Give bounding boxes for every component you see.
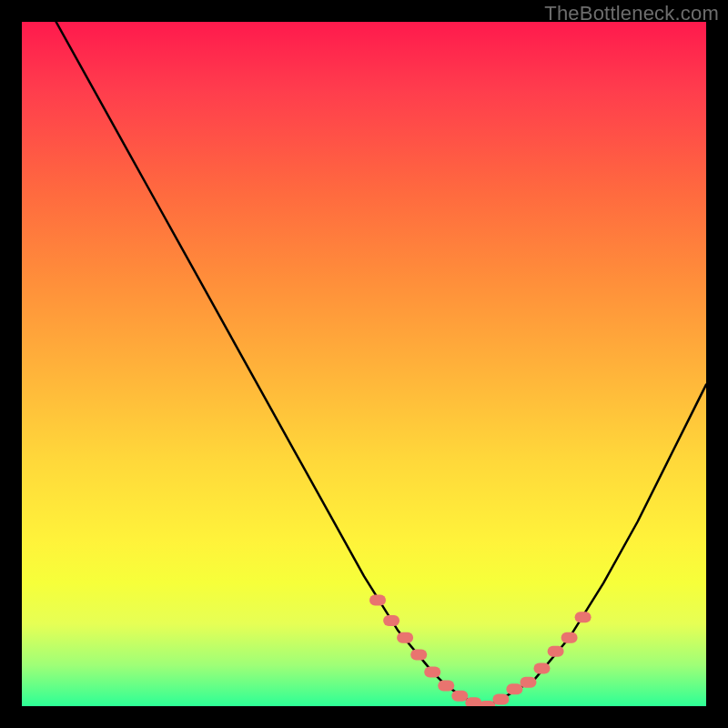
highlight-marker: [575, 612, 592, 622]
highlight-marker: [521, 677, 537, 688]
highlight-marker: [534, 663, 551, 674]
bottleneck-curve-svg: [22, 22, 706, 706]
highlight-marker: [506, 683, 522, 694]
highlight-marker: [438, 680, 454, 691]
highlight-marker: [383, 615, 399, 626]
highlight-marker: [548, 646, 564, 657]
highlight-marker: [451, 691, 468, 702]
highlight-marker: [424, 666, 440, 677]
highlight-marker: [492, 694, 509, 705]
chart-plot-area: [22, 22, 706, 706]
highlight-marker: [369, 594, 386, 605]
highlight-marker: [561, 632, 578, 643]
highlight-marker: [397, 632, 413, 643]
highlight-marker: [410, 650, 427, 661]
highlight-markers: [369, 594, 592, 706]
